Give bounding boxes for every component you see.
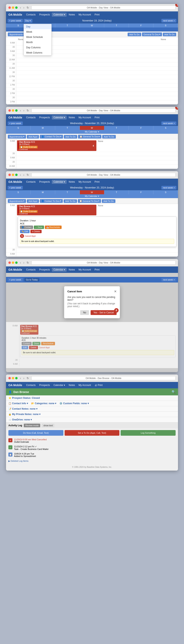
nav-print-5[interactable]: 🖨 Print xyxy=(93,383,104,387)
back-button-2[interactable]: ‹ xyxy=(19,108,22,112)
next-week-button-2[interactable]: next week > xyxy=(161,122,177,125)
nav-prospects-4[interactable]: Prospects xyxy=(38,268,51,272)
modal-close-button[interactable]: ✕ xyxy=(114,290,117,293)
nav-contacts-2[interactable]: Contacts xyxy=(25,116,37,120)
dropdown-item-week[interactable]: Week xyxy=(24,29,51,34)
maximize-icon-4[interactable] xyxy=(15,262,18,264)
contact-search-button[interactable]: 🔍 xyxy=(172,390,176,394)
contact-info-header[interactable]: 📋 Contact Info ▾ xyxy=(8,402,28,405)
dropdown-item-daycolumns[interactable]: Day Columns xyxy=(24,45,51,50)
close-icon-3[interactable] xyxy=(8,174,11,176)
general-todos-btn-3[interactable]: 📋 General To Dos ▾ xyxy=(78,199,101,203)
refresh-button[interactable]: ↻ xyxy=(26,6,30,10)
deleted-log-items[interactable]: ▶ Deleted Log Items xyxy=(8,458,176,464)
onedrive-header[interactable]: ☁️ OneDrive: none ▾ xyxy=(8,418,176,421)
nav-calendar[interactable]: Calendar ▾ xyxy=(52,13,67,17)
forward-button-2[interactable]: › xyxy=(23,108,25,112)
prev-week-button-2[interactable]: < prev week xyxy=(7,122,23,125)
add-appt-btn-2[interactable]: Add Appt xyxy=(27,135,39,138)
categories-header[interactable]: 📂 Categories: none ▾ xyxy=(31,402,56,405)
modal-no-button[interactable]: No xyxy=(80,310,89,315)
general-to-dos-btn-2[interactable]: 📋 General To Dos ▾ xyxy=(78,135,101,138)
add-to-do-btn-2b[interactable]: Add To Do xyxy=(102,135,116,138)
refresh-button-4[interactable]: ↻ xyxy=(26,261,30,265)
next-week-button-1[interactable]: next week > xyxy=(161,19,177,22)
maximize-icon[interactable] xyxy=(15,6,18,9)
add-appt-btn-3[interactable]: Add Appt xyxy=(27,199,39,203)
appointments-dropdown-button[interactable]: Appointments ▾ xyxy=(8,32,26,36)
appointments-btn-3[interactable]: Appointments ▾ xyxy=(8,199,26,203)
nav-notes-2[interactable]: Notes xyxy=(67,116,76,120)
nav-myaccount-5[interactable]: My Account xyxy=(77,383,92,387)
nav-notes-4[interactable]: Notes xyxy=(67,268,76,272)
bg-reschedule-btn[interactable]: Reschedule xyxy=(41,342,55,345)
nav-print[interactable]: Print xyxy=(93,13,101,17)
forward-button-5[interactable]: › xyxy=(23,376,25,380)
add-to-do-button-2[interactable]: Add To Do xyxy=(163,33,176,36)
general-to-dos-button-1[interactable]: General To Dos ▾ xyxy=(142,32,162,36)
contact-to-dos-btn-2[interactable]: 👤 Contact To Dos ▾ xyxy=(40,135,63,138)
show-text-button[interactable]: show text xyxy=(42,424,54,427)
done-btn-3[interactable]: ✓ Done xyxy=(34,226,44,229)
bg-delete-btn[interactable]: Delete xyxy=(29,346,38,349)
next-week-button-3[interactable]: next week > xyxy=(161,186,177,190)
reschedule-btn-3[interactable]: 📅 Reschedule xyxy=(45,226,62,229)
back-button-3[interactable]: ‹ xyxy=(19,173,22,177)
contact-notes-header[interactable]: 📝 Contact Notes: none ▾ xyxy=(8,408,176,410)
appointment-block-3[interactable]: Dan Broese ACE [to 9:00am] 📋 Outlet Esti… xyxy=(17,205,96,215)
nav-calendar-3[interactable]: Calendar ▾ xyxy=(52,180,67,184)
close-icon[interactable] xyxy=(8,6,11,9)
log-something-button[interactable]: Log Something xyxy=(121,430,176,436)
add-to-do-btn-2[interactable]: Add To Do xyxy=(64,135,77,138)
add-to-do-button-1[interactable]: Add To Do xyxy=(128,33,141,36)
prospect-status-header[interactable]: ⭐ Prospect Status: Closed xyxy=(8,396,176,400)
prev-btn-4[interactable]: < prev week xyxy=(7,278,23,282)
bg-done-btn[interactable]: Done xyxy=(32,342,40,345)
review-mode-button[interactable]: Review mode xyxy=(24,424,40,427)
day-view-dropdown-button[interactable]: Day ▾ xyxy=(24,19,33,23)
refresh-button-5[interactable]: ↻ xyxy=(26,376,30,380)
nav-prospects-5[interactable]: Prospects xyxy=(38,383,51,387)
nav-notes-5[interactable]: Notes xyxy=(67,383,76,387)
nav-myaccount[interactable]: My Account xyxy=(77,13,92,17)
edit-btn-3[interactable]: ✏️ Edit xyxy=(20,230,30,233)
bg-contact-btn[interactable]: Contact xyxy=(22,342,32,345)
dropdown-item-weekschedule[interactable]: Week Schedule xyxy=(24,34,51,40)
nav-print-3[interactable]: Print xyxy=(93,180,101,184)
maximize-icon-3[interactable] xyxy=(15,174,18,176)
close-icon-5[interactable] xyxy=(8,377,11,379)
minimize-icon-4[interactable] xyxy=(12,262,14,264)
back-button[interactable]: ‹ xyxy=(19,6,22,10)
nav-notes[interactable]: Notes xyxy=(67,13,76,17)
contact-btn-3[interactable]: 👤 Contact xyxy=(20,226,33,229)
nav-contacts[interactable]: Contacts xyxy=(25,13,37,17)
cancel-appt-btn-3[interactable]: Cancel Appt xyxy=(25,235,36,237)
next-btn-4[interactable]: next week > xyxy=(161,278,177,282)
do-now-button[interactable]: Do Now (Call, Email, Text) xyxy=(8,430,63,436)
nav-contacts-3[interactable]: Contacts xyxy=(25,180,37,184)
go-to-today-btn[interactable]: Go to Today xyxy=(24,278,39,282)
minimize-icon[interactable] xyxy=(12,6,14,9)
nav-myaccount-3[interactable]: My Account xyxy=(77,180,92,184)
appointment-block-2[interactable]: Dan Broese ACE [to 9:00am] 📋 Outlet Esti… xyxy=(17,140,96,151)
modal-yes-button[interactable]: Yes - Set to Cancel xyxy=(91,310,117,315)
set-todo-button[interactable]: Set a To Do (Appt, Call, Text) xyxy=(65,430,120,436)
minimize-icon-2[interactable] xyxy=(12,109,14,112)
delete-btn-3[interactable]: ✕ Delete xyxy=(30,230,42,233)
prev-week-button-1[interactable]: < prev week xyxy=(7,19,23,22)
nav-contacts-5[interactable]: Contacts xyxy=(25,383,37,387)
nav-prospects[interactable]: Prospects xyxy=(38,13,51,17)
close-icon-4[interactable] xyxy=(8,262,11,264)
contact-todos-btn-3[interactable]: 👤 Contact To Dos ▾ xyxy=(40,199,63,203)
nav-calendar-4[interactable]: Calendar ▾ xyxy=(52,268,67,272)
back-button-4[interactable]: ‹ xyxy=(19,261,22,265)
dropdown-item-month[interactable]: Month xyxy=(24,40,51,45)
add-todo-btn-3b[interactable]: Add To Do xyxy=(102,199,115,203)
minimize-icon-5[interactable] xyxy=(12,377,14,379)
bg-edit-btn[interactable]: Edit xyxy=(22,346,28,349)
nav-myaccount-2[interactable]: My Account xyxy=(77,116,92,120)
nav-contacts-4[interactable]: Contacts xyxy=(25,268,37,272)
refresh-button-3[interactable]: ↻ xyxy=(26,173,30,177)
nav-myaccount-4[interactable]: My Account xyxy=(77,268,92,272)
nav-calendar-5[interactable]: Calendar ▾ xyxy=(52,383,67,387)
